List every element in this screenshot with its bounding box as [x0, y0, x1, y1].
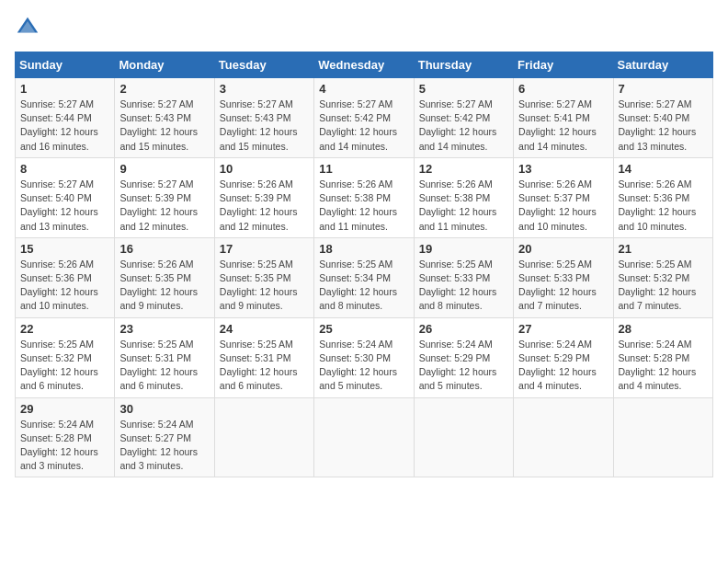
calendar-cell: 5 Sunrise: 5:27 AMSunset: 5:42 PMDayligh… [414, 78, 513, 158]
day-detail: Sunrise: 5:27 AMSunset: 5:42 PMDaylight:… [419, 98, 497, 152]
day-detail: Sunrise: 5:25 AMSunset: 5:33 PMDaylight:… [518, 259, 597, 312]
day-number: 4 [319, 82, 408, 96]
day-detail: Sunrise: 5:26 AMSunset: 5:36 PMDaylight:… [619, 178, 697, 232]
calendar-cell: 24 Sunrise: 5:25 AMSunset: 5:31 PMDaylig… [214, 317, 313, 397]
logo-icon [15, 15, 40, 40]
day-number: 30 [119, 402, 209, 416]
day-detail: Sunrise: 5:25 AMSunset: 5:35 PMDaylight:… [220, 259, 298, 312]
col-header-tuesday: Tuesday [214, 52, 313, 78]
calendar-cell [214, 397, 313, 477]
day-detail: Sunrise: 5:27 AMSunset: 5:44 PMDaylight:… [20, 98, 98, 152]
calendar-cell: 12 Sunrise: 5:26 AMSunset: 5:38 PMDaylig… [414, 157, 513, 237]
day-number: 2 [119, 82, 209, 96]
day-detail: Sunrise: 5:26 AMSunset: 5:38 PMDaylight:… [419, 178, 497, 232]
col-header-monday: Monday [115, 52, 214, 78]
calendar-cell: 1 Sunrise: 5:27 AMSunset: 5:44 PMDayligh… [16, 78, 115, 158]
page-header [15, 15, 713, 40]
calendar-cell: 22 Sunrise: 5:25 AMSunset: 5:32 PMDaylig… [16, 317, 115, 397]
calendar-cell: 13 Sunrise: 5:26 AMSunset: 5:37 PMDaylig… [514, 157, 613, 237]
calendar-cell: 16 Sunrise: 5:26 AMSunset: 5:35 PMDaylig… [115, 237, 214, 317]
calendar-cell: 9 Sunrise: 5:27 AMSunset: 5:39 PMDayligh… [115, 157, 214, 237]
day-number: 14 [619, 162, 708, 176]
day-detail: Sunrise: 5:27 AMSunset: 5:39 PMDaylight:… [119, 178, 198, 232]
day-number: 3 [220, 82, 309, 96]
calendar-cell: 21 Sunrise: 5:25 AMSunset: 5:32 PMDaylig… [613, 237, 712, 317]
day-detail: Sunrise: 5:27 AMSunset: 5:42 PMDaylight:… [319, 98, 397, 152]
day-detail: Sunrise: 5:26 AMSunset: 5:38 PMDaylight:… [319, 178, 397, 232]
day-detail: Sunrise: 5:27 AMSunset: 5:40 PMDaylight:… [619, 98, 697, 152]
day-number: 20 [518, 242, 608, 256]
day-detail: Sunrise: 5:27 AMSunset: 5:43 PMDaylight:… [119, 98, 198, 152]
day-detail: Sunrise: 5:26 AMSunset: 5:39 PMDaylight:… [220, 178, 298, 232]
day-number: 25 [319, 322, 408, 336]
day-number: 26 [419, 322, 508, 336]
calendar-cell: 29 Sunrise: 5:24 AMSunset: 5:28 PMDaylig… [16, 397, 115, 477]
day-detail: Sunrise: 5:24 AMSunset: 5:28 PMDaylight:… [20, 419, 98, 472]
day-number: 17 [220, 242, 309, 256]
calendar-cell: 17 Sunrise: 5:25 AMSunset: 5:35 PMDaylig… [214, 237, 313, 317]
day-detail: Sunrise: 5:25 AMSunset: 5:32 PMDaylight:… [619, 259, 697, 312]
col-header-saturday: Saturday [613, 52, 712, 78]
day-number: 29 [20, 402, 109, 416]
day-number: 19 [419, 242, 508, 256]
calendar-table: SundayMondayTuesdayWednesdayThursdayFrid… [15, 52, 713, 477]
day-number: 22 [20, 322, 109, 336]
day-detail: Sunrise: 5:27 AMSunset: 5:40 PMDaylight:… [20, 178, 98, 232]
day-detail: Sunrise: 5:26 AMSunset: 5:36 PMDaylight:… [20, 259, 98, 312]
col-header-wednesday: Wednesday [314, 52, 414, 78]
calendar-cell: 25 Sunrise: 5:24 AMSunset: 5:30 PMDaylig… [314, 317, 414, 397]
calendar-cell: 15 Sunrise: 5:26 AMSunset: 5:36 PMDaylig… [16, 237, 115, 317]
calendar-cell [314, 397, 414, 477]
day-number: 18 [319, 242, 408, 256]
calendar-cell: 27 Sunrise: 5:24 AMSunset: 5:29 PMDaylig… [514, 317, 613, 397]
calendar-cell [613, 397, 712, 477]
calendar-cell: 18 Sunrise: 5:25 AMSunset: 5:34 PMDaylig… [314, 237, 414, 317]
day-number: 27 [518, 322, 608, 336]
calendar-cell: 28 Sunrise: 5:24 AMSunset: 5:28 PMDaylig… [613, 317, 712, 397]
day-number: 21 [619, 242, 708, 256]
day-number: 15 [20, 242, 109, 256]
calendar-cell: 20 Sunrise: 5:25 AMSunset: 5:33 PMDaylig… [514, 237, 613, 317]
calendar-cell: 11 Sunrise: 5:26 AMSunset: 5:38 PMDaylig… [314, 157, 414, 237]
calendar-cell: 7 Sunrise: 5:27 AMSunset: 5:40 PMDayligh… [613, 78, 712, 158]
day-detail: Sunrise: 5:24 AMSunset: 5:29 PMDaylight:… [419, 339, 497, 392]
day-number: 24 [220, 322, 309, 336]
calendar-cell: 14 Sunrise: 5:26 AMSunset: 5:36 PMDaylig… [613, 157, 712, 237]
day-detail: Sunrise: 5:24 AMSunset: 5:28 PMDaylight:… [619, 339, 697, 392]
day-number: 6 [518, 82, 608, 96]
calendar-cell [514, 397, 613, 477]
calendar-cell: 23 Sunrise: 5:25 AMSunset: 5:31 PMDaylig… [115, 317, 214, 397]
day-number: 7 [619, 82, 708, 96]
day-detail: Sunrise: 5:25 AMSunset: 5:34 PMDaylight:… [319, 259, 397, 312]
calendar-cell: 19 Sunrise: 5:25 AMSunset: 5:33 PMDaylig… [414, 237, 513, 317]
day-detail: Sunrise: 5:27 AMSunset: 5:41 PMDaylight:… [518, 98, 597, 152]
day-number: 10 [220, 162, 309, 176]
day-number: 16 [119, 242, 209, 256]
day-detail: Sunrise: 5:26 AMSunset: 5:35 PMDaylight:… [119, 259, 198, 312]
day-number: 23 [119, 322, 209, 336]
calendar-cell: 26 Sunrise: 5:24 AMSunset: 5:29 PMDaylig… [414, 317, 513, 397]
col-header-sunday: Sunday [16, 52, 115, 78]
day-detail: Sunrise: 5:25 AMSunset: 5:31 PMDaylight:… [119, 339, 198, 392]
calendar-cell: 8 Sunrise: 5:27 AMSunset: 5:40 PMDayligh… [16, 157, 115, 237]
day-number: 11 [319, 162, 408, 176]
day-number: 28 [619, 322, 708, 336]
day-number: 5 [419, 82, 508, 96]
calendar-cell: 6 Sunrise: 5:27 AMSunset: 5:41 PMDayligh… [514, 78, 613, 158]
day-detail: Sunrise: 5:25 AMSunset: 5:31 PMDaylight:… [220, 339, 298, 392]
day-detail: Sunrise: 5:26 AMSunset: 5:37 PMDaylight:… [518, 178, 597, 232]
col-header-friday: Friday [514, 52, 613, 78]
day-detail: Sunrise: 5:25 AMSunset: 5:32 PMDaylight:… [20, 339, 98, 392]
col-header-thursday: Thursday [414, 52, 513, 78]
calendar-cell: 4 Sunrise: 5:27 AMSunset: 5:42 PMDayligh… [314, 78, 414, 158]
day-detail: Sunrise: 5:24 AMSunset: 5:30 PMDaylight:… [319, 339, 397, 392]
day-number: 13 [518, 162, 608, 176]
calendar-cell [414, 397, 513, 477]
calendar-cell: 3 Sunrise: 5:27 AMSunset: 5:43 PMDayligh… [214, 78, 313, 158]
calendar-cell: 10 Sunrise: 5:26 AMSunset: 5:39 PMDaylig… [214, 157, 313, 237]
calendar-cell: 2 Sunrise: 5:27 AMSunset: 5:43 PMDayligh… [115, 78, 214, 158]
day-detail: Sunrise: 5:24 AMSunset: 5:27 PMDaylight:… [119, 419, 198, 472]
calendar-cell: 30 Sunrise: 5:24 AMSunset: 5:27 PMDaylig… [115, 397, 214, 477]
logo [15, 15, 44, 40]
day-number: 8 [20, 162, 109, 176]
